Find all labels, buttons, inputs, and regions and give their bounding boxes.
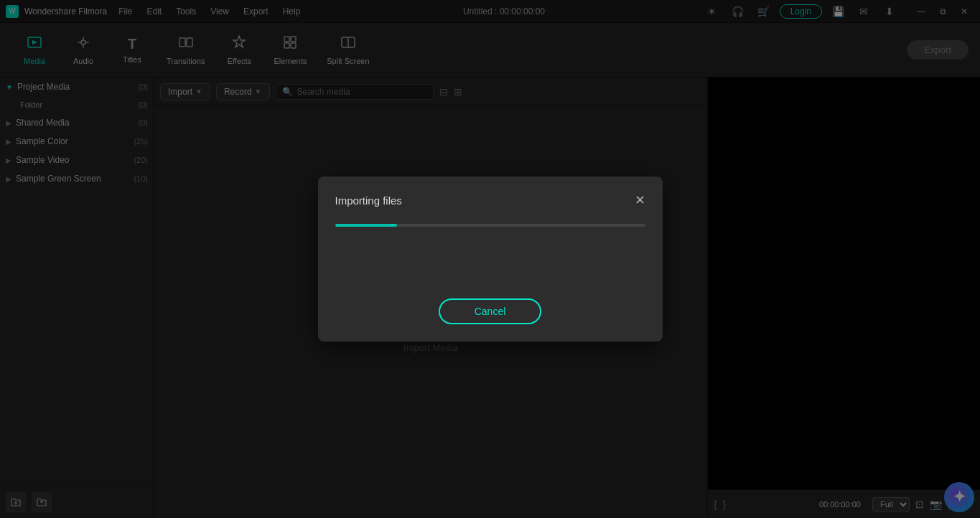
progress-bar-container [335,224,645,227]
importing-files-modal: Importing files ✕ Cancel [318,176,663,342]
modal-close-button[interactable]: ✕ [635,194,645,207]
cancel-button[interactable]: Cancel [439,298,542,324]
modal-title: Importing files [335,194,402,207]
modal-body [335,224,645,281]
modal-overlay: Importing files ✕ Cancel [0,0,980,518]
progress-bar-fill [335,224,397,227]
modal-footer: Cancel [335,298,645,324]
modal-header: Importing files ✕ [335,194,645,207]
